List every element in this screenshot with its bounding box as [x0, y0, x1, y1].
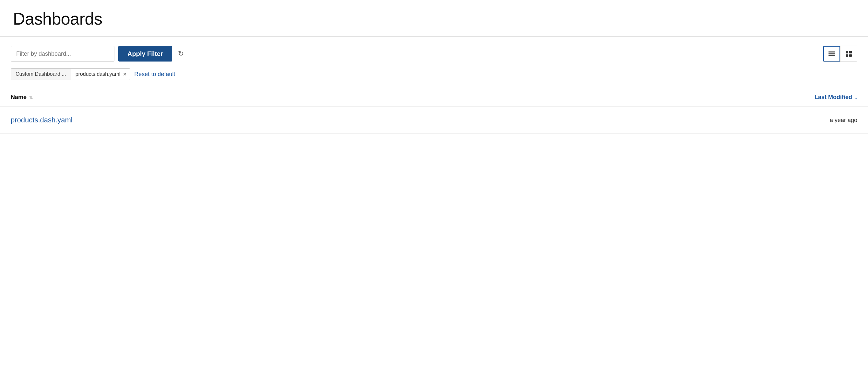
filter-tag-value: products.dash.yaml ✕: [71, 69, 130, 80]
last-modified-sort-icon[interactable]: ↓: [855, 95, 857, 100]
grid-view-button[interactable]: [840, 46, 857, 62]
page-wrapper: Dashboards Apply Filter ↻: [0, 0, 868, 373]
cell-last-modified: a year ago: [767, 117, 857, 124]
col-name-header: Name ⇅: [11, 94, 767, 101]
list-icon: [829, 52, 835, 56]
page-header: Dashboards: [0, 0, 868, 36]
filter-section: Apply Filter ↻: [0, 36, 868, 88]
page-title: Dashboards: [13, 9, 855, 29]
last-modified-column-label: Last Modified: [814, 94, 852, 101]
filter-row: Apply Filter ↻: [11, 46, 857, 62]
name-column-label: Name: [11, 94, 27, 101]
view-toggle: [823, 46, 857, 62]
filter-tag-value-text: products.dash.yaml: [75, 71, 121, 77]
list-view-button[interactable]: [823, 46, 840, 62]
table-header-row: Name ⇅ Last Modified ↓: [0, 88, 868, 107]
refresh-button[interactable]: ↻: [176, 47, 186, 60]
cell-name: products.dash.yaml: [11, 116, 767, 124]
filter-tags-row: Custom Dashboard ... products.dash.yaml …: [11, 68, 857, 80]
table-row: products.dash.yaml a year ago: [0, 107, 868, 134]
filter-input[interactable]: [11, 46, 115, 62]
content-area: Apply Filter ↻: [0, 36, 868, 134]
apply-filter-button[interactable]: Apply Filter: [118, 46, 172, 62]
table-section: Name ⇅ Last Modified ↓ products.dash.yam…: [0, 88, 868, 134]
filter-left: Apply Filter ↻: [11, 46, 186, 62]
col-last-modified-header: Last Modified ↓: [767, 94, 857, 101]
name-sort-icon[interactable]: ⇅: [29, 95, 33, 100]
reset-to-default-button[interactable]: Reset to default: [134, 71, 175, 78]
refresh-icon: ↻: [178, 49, 184, 58]
grid-icon: [846, 51, 852, 57]
filter-tag-remove-button[interactable]: ✕: [123, 72, 127, 76]
filter-tag-group: Custom Dashboard ... products.dash.yaml …: [11, 68, 130, 80]
filter-tag-label: Custom Dashboard ...: [11, 69, 71, 80]
dashboard-link[interactable]: products.dash.yaml: [11, 116, 72, 124]
